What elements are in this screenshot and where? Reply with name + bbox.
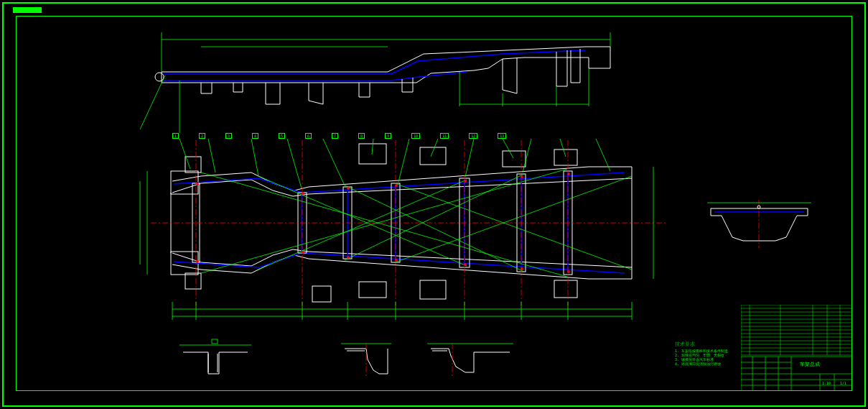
svg-line-67 <box>523 139 531 173</box>
svg-line-10 <box>140 75 165 129</box>
svg-line-66 <box>503 139 513 158</box>
callout-row: 1 2 3 4 5 6 7 8 9 10 11 12 13 <box>172 133 506 139</box>
title-block: 车架总成 1:10 1/1 <box>741 305 852 391</box>
svg-point-0 <box>155 73 164 81</box>
detail-b <box>341 344 391 377</box>
svg-point-78 <box>347 257 350 259</box>
svg-point-86 <box>568 271 570 273</box>
side-view <box>140 32 610 133</box>
end-view <box>707 200 811 248</box>
technical-notes: 技术要求 1. 车架应按图样和技术条件制造 2. 焊缝应均匀、牢固、无裂纹 3.… <box>675 342 728 366</box>
note-line: 4. 涂底漆前应清除油污锈蚀 <box>675 362 728 366</box>
svg-point-85 <box>568 173 570 175</box>
svg-point-80 <box>396 259 398 262</box>
svg-rect-26 <box>420 147 446 165</box>
svg-line-62 <box>372 139 373 155</box>
svg-point-73 <box>197 183 199 185</box>
svg-point-76 <box>302 252 304 254</box>
svg-rect-21 <box>185 157 201 173</box>
svg-point-75 <box>302 193 304 195</box>
detail-c <box>427 344 513 377</box>
notes-header: 技术要求 <box>675 342 728 346</box>
svg-line-38 <box>201 173 567 277</box>
svg-line-63 <box>398 139 409 182</box>
svg-rect-91 <box>212 339 218 344</box>
svg-line-41 <box>258 180 467 270</box>
svg-point-84 <box>521 268 523 270</box>
svg-line-69 <box>596 139 610 171</box>
svg-line-58 <box>208 139 215 173</box>
drawing-title: 车架总成 <box>800 361 820 368</box>
svg-rect-28 <box>503 151 526 167</box>
svg-rect-22 <box>185 273 201 289</box>
svg-line-68 <box>560 139 566 157</box>
cad-canvas <box>0 0 868 409</box>
svg-line-61 <box>323 139 345 185</box>
svg-rect-29 <box>554 150 577 165</box>
svg-point-82 <box>465 264 467 266</box>
svg-line-65 <box>465 139 474 177</box>
scale-value: 1:10 <box>822 381 831 385</box>
svg-line-59 <box>251 139 258 176</box>
svg-line-40 <box>258 176 467 266</box>
svg-rect-30 <box>554 280 577 298</box>
svg-rect-25 <box>359 282 386 298</box>
svg-point-81 <box>465 180 467 183</box>
sheet-value: 1/1 <box>840 381 846 385</box>
svg-line-60 <box>287 139 302 188</box>
svg-point-79 <box>396 185 398 187</box>
svg-line-39 <box>201 169 567 273</box>
svg-point-77 <box>347 188 350 190</box>
svg-rect-23 <box>312 286 331 302</box>
svg-point-83 <box>521 176 523 178</box>
callout: 1 <box>172 133 179 139</box>
svg-rect-27 <box>420 280 446 299</box>
svg-line-43 <box>345 174 524 260</box>
plan-view <box>140 139 668 320</box>
detail-a <box>179 339 251 374</box>
svg-line-42 <box>345 185 524 272</box>
svg-point-74 <box>197 261 199 263</box>
